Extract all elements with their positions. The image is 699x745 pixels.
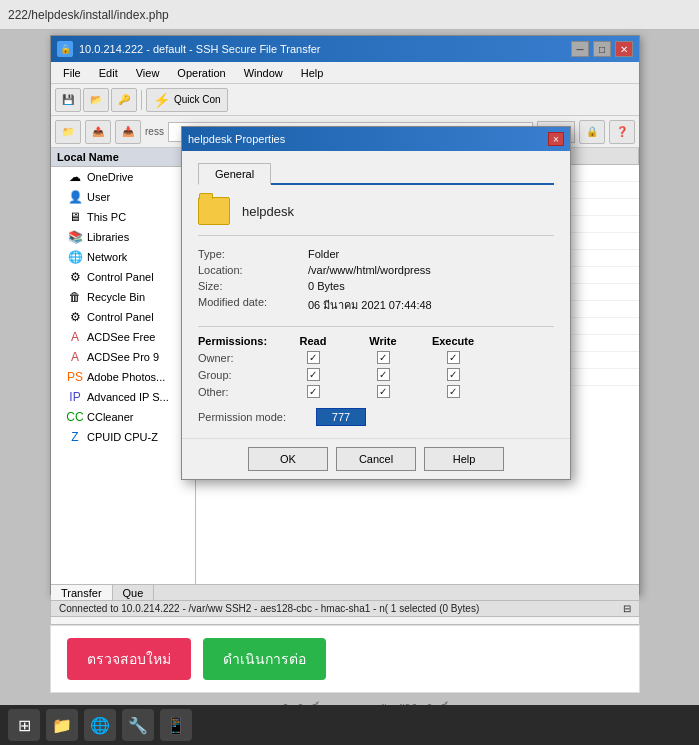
folder-icon xyxy=(198,197,230,225)
menu-edit[interactable]: Edit xyxy=(91,65,126,81)
modified-label: Modified date: xyxy=(198,296,308,314)
adobe-icon: PS xyxy=(67,369,83,385)
icon3-toolbar-btn[interactable]: 🔑 xyxy=(111,88,137,112)
tree-item-ccleaner[interactable]: CC CCleaner xyxy=(51,407,195,427)
folder-section: helpdesk xyxy=(198,197,554,236)
proceed-button[interactable]: ดำเนินการต่อ xyxy=(203,638,326,680)
user-label: User xyxy=(87,191,110,203)
folder-name: helpdesk xyxy=(242,204,294,219)
ccleaner-icon: CC xyxy=(67,409,83,425)
taskbar-tool-icon[interactable]: 🔧 xyxy=(122,709,154,741)
acdsee-free-icon: A xyxy=(67,329,83,345)
ssh-window: 🔒 10.0.214.222 - default - SSH Secure Fi… xyxy=(50,35,640,595)
ssh-titlebar: 🔒 10.0.214.222 - default - SSH Secure Fi… xyxy=(51,36,639,62)
dialog-footer: OK Cancel Help xyxy=(182,438,570,479)
owner-execute-checkbox[interactable] xyxy=(447,351,460,364)
tree-item-control-panel-2[interactable]: ⚙ Control Panel xyxy=(51,307,195,327)
libraries-label: Libraries xyxy=(87,231,129,243)
onedrive-label: OneDrive xyxy=(87,171,133,183)
taskbar-windows-icon[interactable]: ⊞ xyxy=(8,709,40,741)
adobe-label: Adobe Photos... xyxy=(87,371,165,383)
address-label: ress xyxy=(145,126,164,137)
libraries-icon: 📚 xyxy=(67,229,83,245)
tree-item-thispc[interactable]: 🖥 This PC xyxy=(51,207,195,227)
other-execute-cell xyxy=(418,385,488,398)
minimize-button[interactable]: ─ xyxy=(571,41,589,57)
tree-item-recycle[interactable]: 🗑 Recycle Bin xyxy=(51,287,195,307)
control-panel-label-2: Control Panel xyxy=(87,311,154,323)
other-write-cell xyxy=(348,385,418,398)
cancel-button[interactable]: Cancel xyxy=(336,447,416,471)
tree-item-control-panel-1[interactable]: ⚙ Control Panel xyxy=(51,267,195,287)
perm-mode-input[interactable]: 777 xyxy=(316,408,366,426)
ssh-titlebar-buttons: ─ □ ✕ xyxy=(571,41,633,57)
quick-connect-button[interactable]: ⚡ Quick Con xyxy=(146,88,228,112)
taskbar: ⊞ 📁 🌐 🔧 📱 xyxy=(0,705,699,745)
type-label: Type: xyxy=(198,248,308,260)
browser-bar: 222/helpdesk/install/index.php xyxy=(0,0,699,30)
onedrive-icon: ☁ xyxy=(67,169,83,185)
recycle-label: Recycle Bin xyxy=(87,291,145,303)
advanced-ip-icon: IP xyxy=(67,389,83,405)
other-read-cell xyxy=(278,385,348,398)
group-write-checkbox[interactable] xyxy=(377,368,390,381)
group-read-checkbox[interactable] xyxy=(307,368,320,381)
group-perm-row: Group: xyxy=(198,368,554,381)
menu-file[interactable]: File xyxy=(55,65,89,81)
tree-item-acdsee-pro[interactable]: A ACDSee Pro 9 xyxy=(51,347,195,367)
other-write-checkbox[interactable] xyxy=(377,385,390,398)
owner-read-checkbox[interactable] xyxy=(307,351,320,364)
advanced-ip-label: Advanced IP S... xyxy=(87,391,169,403)
recycle-icon: 🗑 xyxy=(67,289,83,305)
read-col-header: Read xyxy=(278,335,348,347)
menu-window[interactable]: Window xyxy=(236,65,291,81)
permission-mode-row: Permission mode: 777 xyxy=(198,408,554,426)
ok-button[interactable]: OK xyxy=(248,447,328,471)
close-button[interactable]: ✕ xyxy=(615,41,633,57)
tree-item-cpuid[interactable]: Z CPUID CPU-Z xyxy=(51,427,195,447)
tree-item-advanced-ip[interactable]: IP Advanced IP S... xyxy=(51,387,195,407)
taskbar-browser-icon[interactable]: 🌐 xyxy=(84,709,116,741)
tb2-btn2[interactable]: 📤 xyxy=(85,120,111,144)
tree-item-network[interactable]: 🌐 Network xyxy=(51,247,195,267)
tree-item-adobe[interactable]: PS Adobe Photos... xyxy=(51,367,195,387)
open-toolbar-btn[interactable]: 📂 xyxy=(83,88,109,112)
thispc-label: This PC xyxy=(87,211,126,223)
tree-item-acdsee-free[interactable]: A ACDSee Free xyxy=(51,327,195,347)
ssh-window-title: 10.0.214.222 - default - SSH Secure File… xyxy=(79,43,321,55)
control-panel-icon-1: ⚙ xyxy=(67,269,83,285)
network-icon: 🌐 xyxy=(67,249,83,265)
owner-perm-row: Owner: xyxy=(198,351,554,364)
menu-bar: File Edit View Operation Window Help xyxy=(51,62,639,84)
ssh-titlebar-left: 🔒 10.0.214.222 - default - SSH Secure Fi… xyxy=(57,41,321,57)
tree-item-user[interactable]: 👤 User xyxy=(51,187,195,207)
size-label: Size: xyxy=(198,280,308,292)
dialog-close-button[interactable]: × xyxy=(548,132,564,146)
status-icon: ⊟ xyxy=(623,603,631,614)
help-button[interactable]: Help xyxy=(424,447,504,471)
tb2-btn4[interactable]: 🔒 xyxy=(579,120,605,144)
other-read-checkbox[interactable] xyxy=(307,385,320,398)
tb2-btn5[interactable]: ❓ xyxy=(609,120,635,144)
tree-item-libraries[interactable]: 📚 Libraries xyxy=(51,227,195,247)
maximize-button[interactable]: □ xyxy=(593,41,611,57)
write-col-header: Write xyxy=(348,335,418,347)
menu-help[interactable]: Help xyxy=(293,65,332,81)
taskbar-folder-icon[interactable]: 📁 xyxy=(46,709,78,741)
type-value: Folder xyxy=(308,248,339,260)
other-execute-checkbox[interactable] xyxy=(447,385,460,398)
general-tab[interactable]: General xyxy=(198,163,271,185)
save-toolbar-btn[interactable]: 💾 xyxy=(55,88,81,112)
owner-write-checkbox[interactable] xyxy=(377,351,390,364)
check-again-button[interactable]: ตรวจสอบใหม่ xyxy=(67,638,191,680)
taskbar-app-icon[interactable]: 📱 xyxy=(160,709,192,741)
tb2-btn3[interactable]: 📥 xyxy=(115,120,141,144)
cpuid-icon: Z xyxy=(67,429,83,445)
properties-table: Type: Folder Location: /var/www/html/wor… xyxy=(198,248,554,314)
tree-item-onedrive[interactable]: ☁ OneDrive xyxy=(51,167,195,187)
menu-view[interactable]: View xyxy=(128,65,168,81)
group-execute-checkbox[interactable] xyxy=(447,368,460,381)
menu-operation[interactable]: Operation xyxy=(169,65,233,81)
tb2-btn1[interactable]: 📁 xyxy=(55,120,81,144)
perm-header: Permissions: Read Write Execute xyxy=(198,335,554,347)
